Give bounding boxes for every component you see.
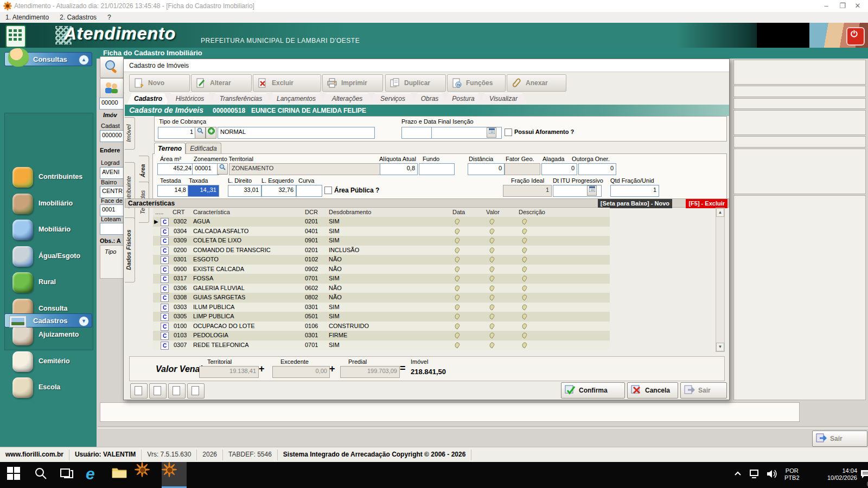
table-row[interactable]: C0301ESGOTO0102NÃO [153,255,610,265]
valor-icon[interactable] [489,228,495,236]
sidebar-item-contribuintes[interactable]: Contribuintes [5,165,92,191]
table-row[interactable]: C0308GUIAS SARGETAS0802NÃO [153,293,610,303]
sidebar-item-mobili-rio[interactable]: Mobiliário [5,217,92,243]
bg-tab-imovel[interactable]: Imóv [103,112,117,118]
volume-icon[interactable] [766,469,783,486]
ldireito-field[interactable]: 33,01 [228,185,261,197]
chevron-up-icon[interactable]: ▲ [79,55,89,65]
outorga-field[interactable]: 0 [578,163,616,175]
menu-item-1[interactable]: 1. Atendimento [0,12,54,23]
descricao-icon[interactable] [521,256,528,264]
side-tab-imovel[interactable]: Imóvel [125,117,135,150]
data-icon[interactable] [454,256,461,264]
data-icon[interactable] [454,342,461,350]
sidebar-item-cemit-rio[interactable]: Cemitério [5,349,92,375]
nav-next-button[interactable] [168,383,186,399]
valor-icon[interactable] [489,323,495,331]
fiorilli-app-icon-active[interactable] [162,462,187,488]
main-sair-button[interactable]: Sair [812,431,867,447]
data-icon[interactable] [454,266,461,274]
valor-icon[interactable] [489,304,495,312]
start-button[interactable] [7,466,24,484]
power-button-icon[interactable] [846,27,865,46]
valor-icon[interactable] [489,342,495,350]
valor-icon[interactable] [489,218,495,226]
tab-transfer-ncias[interactable]: Transferências [210,93,271,105]
valor-icon[interactable] [489,256,495,264]
data-icon[interactable] [454,228,461,236]
confirma-button[interactable]: Confirma [561,382,625,399]
novo-button[interactable]: Novo [129,74,190,92]
descricao-icon[interactable] [521,313,528,321]
menu-item-3[interactable]: ? [102,12,117,23]
descricao-icon[interactable] [521,237,528,245]
data-icon[interactable] [454,275,461,283]
bg-search-3d-button[interactable] [100,56,124,78]
tray-chevron-up-icon[interactable] [733,470,751,487]
excluir-button[interactable]: Excluir [253,74,321,92]
valor-icon[interactable] [489,285,495,293]
tray-clock[interactable]: 14:0410/02/2026 [808,467,857,481]
notifications-icon[interactable]: 1 [860,469,868,486]
restore-button[interactable]: ❐ [834,1,851,11]
tab-postura[interactable]: Postura [444,93,483,105]
taxada-field[interactable]: 14,,31 [188,185,219,197]
data-icon[interactable] [454,323,461,331]
cobranca-code-field[interactable]: 1 [158,127,196,139]
descricao-icon[interactable] [521,332,528,340]
descricao-icon[interactable] [521,304,528,312]
tray-language[interactable]: PORPTB2 [784,467,800,481]
table-row[interactable]: C0200COMANDO DE TRANSCRIC0201INCLUSÃO [153,246,610,255]
task-view-icon[interactable] [60,466,77,484]
fundo-field[interactable] [419,163,455,175]
nav-last-button[interactable] [187,383,205,399]
table-row[interactable]: ▶C0302AGUA0201SIM [153,217,610,227]
sidebar-item--gua-esgoto[interactable]: Água/Esgoto [5,244,92,270]
menu-item-2[interactable]: 2. Cadastros [54,12,102,23]
valor-icon[interactable] [489,237,495,245]
sidebar-item-imobili-rio[interactable]: Imobiliário [5,191,92,217]
sidebar-group-cadastros[interactable]: Cadastros ▼ [4,313,92,328]
descricao-icon[interactable] [521,275,528,283]
imprimir-button[interactable]: Imprimir [322,74,383,92]
minimize-button[interactable]: – [818,1,834,11]
side-tab-dados-fisicos[interactable]: Dados Físicos [125,217,135,282]
sidebar-group-consultas[interactable]: Consultas ▲ [4,52,92,66]
cancela-button[interactable]: Cancela [627,382,678,399]
data-icon[interactable] [454,285,461,293]
duplicar-button[interactable]: Duplicar [385,74,446,92]
table-row[interactable]: C0305LIMP PUBLICA0501SIM [153,312,610,322]
tab-altera-es[interactable]: Alterações [321,93,373,105]
testada-field[interactable]: 14,8 [157,185,189,197]
calendar-icon[interactable] [487,127,496,138]
aliquota-field[interactable]: 0,8 [380,163,418,175]
qtd-fracao-field[interactable]: 1 [610,185,659,197]
data-icon[interactable] [454,294,461,302]
table-scrollbar[interactable]: ▲ ▼ [716,208,725,352]
tab-servi-os[interactable]: Serviços [370,93,416,105]
valor-icon[interactable] [489,294,495,302]
table-row[interactable]: C0309COLETA DE LIXO0901SIM [153,236,610,246]
descricao-icon[interactable] [521,285,528,293]
descricao-icon[interactable] [521,218,528,226]
cobranca-name-field[interactable]: NORMAL [218,127,375,139]
tab-visualizar[interactable]: Visualizar [480,93,527,105]
data-icon[interactable] [454,237,461,245]
fiorilli-app-icon[interactable] [135,462,159,488]
edge-browser-icon[interactable]: e [86,466,103,484]
tab-lan-amentos[interactable]: Lançamentos [268,93,324,105]
descricao-icon[interactable] [521,342,528,350]
bg-people-button[interactable] [100,78,124,100]
descricao-icon[interactable] [521,228,528,236]
data-icon[interactable] [454,332,461,340]
tab-hist-ricos[interactable]: Históricos [166,93,214,105]
table-row[interactable]: C0103PEDOLOGIA0301FIRME [153,331,610,341]
chevron-down-icon[interactable]: ▼ [79,316,89,326]
prazo-field[interactable] [401,127,432,139]
close-button[interactable]: ✕ [850,1,866,11]
cobranca-search-icon[interactable] [195,127,206,139]
zoneamento-code-field[interactable]: 00001 [192,163,219,175]
cobranca-add-icon[interactable] [206,127,216,139]
descricao-icon[interactable] [521,323,528,331]
alterar-button[interactable]: Alterar [191,74,252,92]
